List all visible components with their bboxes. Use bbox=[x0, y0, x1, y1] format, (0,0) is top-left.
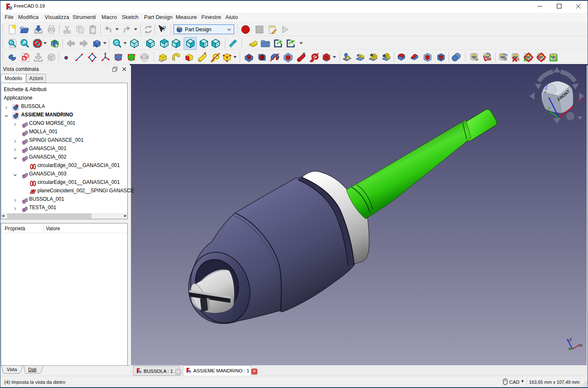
svg-text:Dati: Dati bbox=[28, 367, 37, 372]
svg-text:Z: Z bbox=[569, 337, 572, 342]
svg-text:X: X bbox=[578, 97, 581, 103]
svg-text:X: X bbox=[580, 343, 583, 348]
svg-text:Y: Y bbox=[548, 106, 551, 112]
svg-text:Y: Y bbox=[569, 347, 571, 351]
svg-text:Vista: Vista bbox=[7, 367, 17, 372]
svg-text:Z: Z bbox=[545, 85, 548, 91]
svg-text:?: ? bbox=[163, 24, 166, 32]
